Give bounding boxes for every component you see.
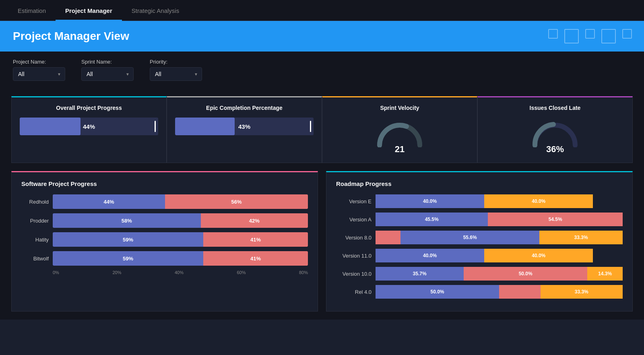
filter-project-select[interactable]: All <box>13 67 65 81</box>
kpi-epic-completion: Epic Completion Percentage 43% <box>167 96 322 163</box>
filter-priority-label: Priority: <box>150 59 202 65</box>
epic-progress-label: 43% <box>238 123 250 130</box>
hbar-pink-seg: 42% <box>201 213 308 228</box>
software-progress-title: Software Project Progress <box>21 180 308 187</box>
kpi-overall-progress: Overall Project Progress 44% <box>11 96 167 163</box>
issues-gauge: 36% <box>486 118 624 155</box>
roadmap-seg: 35.7% <box>376 267 464 281</box>
roadmap-label: Version 11.0 <box>336 253 372 259</box>
roadmap-label: Version A <box>336 217 372 223</box>
hbar-blue-seg: 44% <box>53 194 165 209</box>
filter-project-wrapper: All <box>13 67 65 81</box>
roadmap-row: Version A 45.5%54.5% <box>336 213 623 226</box>
kpi-sprint-velocity: Sprint Velocity 21 <box>322 96 477 163</box>
roadmap-bars: 45.5%54.5% <box>376 213 623 226</box>
roadmap-bars: 35.7%50.0%14.3% <box>376 267 623 281</box>
page-title: Project Manager View <box>13 30 631 43</box>
roadmap-seg <box>376 231 400 244</box>
kpi-row: Overall Project Progress 44% Epic Comple… <box>11 96 633 163</box>
roadmap-bars: 40.0%40.0% <box>376 249 623 262</box>
hbar-bars: 59% 41% <box>53 251 308 266</box>
roadmap-row: Version 11.0 40.0%40.0% <box>336 249 623 262</box>
axis-label: 60% <box>237 270 246 275</box>
roadmap-seg: 33.3% <box>541 285 623 299</box>
roadmap-seg: 40.0% <box>376 249 484 262</box>
filter-sprint-wrapper: All <box>81 67 134 81</box>
hbar-axis: 0%20%40%60%80% <box>53 270 308 275</box>
kpi-issues-title: Issues Closed Late <box>486 105 624 111</box>
roadmap-label: Version 10.0 <box>336 271 372 277</box>
issues-gauge-svg <box>531 119 579 147</box>
axis-label: 80% <box>299 270 308 275</box>
header-banner: Project Manager View <box>0 21 644 52</box>
roadmap-row: Rel 4.0 50.0%33.3% <box>336 285 623 299</box>
filter-priority: Priority: All <box>150 59 202 81</box>
hbar-label: Bitwolf <box>21 256 49 262</box>
tab-estimation[interactable]: Estimation <box>8 2 56 21</box>
tab-project-manager[interactable]: Project Manager <box>56 2 122 21</box>
axis-label: 20% <box>112 270 121 275</box>
overall-progress-label: 44% <box>83 123 95 130</box>
hbar-pink-seg: 41% <box>203 251 308 266</box>
hbar-label: Hatity <box>21 237 49 243</box>
roadmap-label: Rel 4.0 <box>336 289 372 295</box>
issues-value: 36% <box>546 144 564 155</box>
velocity-value: 21 <box>395 144 405 155</box>
velocity-gauge-svg <box>376 119 424 147</box>
kpi-velocity-title: Sprint Velocity <box>330 105 469 111</box>
roadmap-seg: 40.0% <box>484 194 593 208</box>
hbar-bars: 59% 41% <box>53 232 308 247</box>
axis-label: 0% <box>53 270 59 275</box>
overall-progress-fill <box>20 118 80 135</box>
epic-progress-fill <box>175 118 235 135</box>
hbar-label: Redhold <box>21 199 49 205</box>
epic-progress-bar: 43% <box>175 118 314 135</box>
tabs-bar: Estimation Project Manager Strategic Ana… <box>0 0 644 21</box>
roadmap-seg: 14.3% <box>587 267 623 281</box>
roadmap-row: Version E 40.0%40.0% <box>336 194 623 208</box>
tab-strategic-analysis[interactable]: Strategic Analysis <box>122 2 189 21</box>
roadmap-seg: 54.5% <box>488 213 623 226</box>
overall-progress-end <box>155 121 156 132</box>
kpi-issues-closed: Issues Closed Late 36% <box>477 96 633 163</box>
hbar-row: Bitwolf 59% 41% <box>21 251 308 266</box>
filter-project-name: Project Name: All <box>13 59 65 81</box>
velocity-gauge: 21 <box>330 118 469 155</box>
hbar-label: Prodder <box>21 218 49 224</box>
filter-project-label: Project Name: <box>13 59 65 65</box>
roadmap-bars: 50.0%33.3% <box>376 285 623 299</box>
roadmap-row: Version 10.0 35.7%50.0%14.3% <box>336 267 623 281</box>
roadmap-label: Version 8.0 <box>336 235 372 241</box>
hbar-row: Hatity 59% 41% <box>21 232 308 247</box>
kpi-epic-title: Epic Completion Percentage <box>175 105 314 111</box>
overall-progress-bar: 44% <box>20 118 158 135</box>
roadmap-seg: 50.0% <box>464 267 587 281</box>
roadmap-label: Version E <box>336 198 372 204</box>
filter-priority-select[interactable]: All <box>150 67 202 81</box>
filter-sprint-label: Sprint Name: <box>81 59 134 65</box>
hbar-pink-seg: 41% <box>203 232 308 247</box>
main-content: Overall Project Progress 44% Epic Comple… <box>0 88 644 320</box>
kpi-overall-title: Overall Project Progress <box>20 105 158 111</box>
roadmap-seg: 55.6% <box>400 231 539 244</box>
axis-label: 40% <box>175 270 184 275</box>
roadmap-seg: 40.0% <box>376 194 484 208</box>
roadmap-seg <box>499 285 541 299</box>
roadmap-bars: 40.0%40.0% <box>376 194 623 208</box>
roadmap-seg: 50.0% <box>376 285 499 299</box>
roadmap-title: Roadmap Progress <box>336 180 623 187</box>
roadmap-bars: 55.6%33.3% <box>376 231 623 244</box>
filter-priority-wrapper: All <box>150 67 202 81</box>
epic-progress-end <box>310 121 311 132</box>
software-progress-card: Software Project Progress Redhold 44% 56… <box>11 171 318 312</box>
roadmap-row: Version 8.0 55.6%33.3% <box>336 231 623 244</box>
hbar-bars: 58% 42% <box>53 213 308 228</box>
hbar-blue-seg: 59% <box>53 251 203 266</box>
filters-row: Project Name: All Sprint Name: All Prior… <box>0 52 644 88</box>
roadmap-seg: 40.0% <box>484 249 593 262</box>
hbar-pink-seg: 56% <box>165 194 308 209</box>
hbar-row: Prodder 58% 42% <box>21 213 308 228</box>
filter-sprint-select[interactable]: All <box>81 67 134 81</box>
hbar-blue-seg: 59% <box>53 232 203 247</box>
roadmap-card: Roadmap Progress Version E 40.0%40.0% Ve… <box>326 171 633 312</box>
